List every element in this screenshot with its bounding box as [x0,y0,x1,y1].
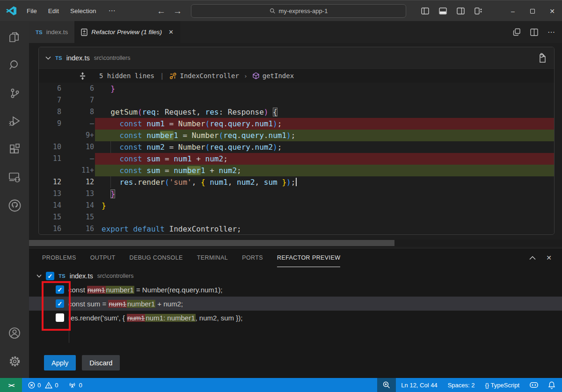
file-checkbox[interactable]: ✓ [46,272,54,280]
breadcrumb-class[interactable]: IndexController [180,72,239,80]
notifications-bell-icon[interactable] [548,381,555,389]
maximize-button[interactable] [523,0,542,22]
breadcrumb-method[interactable]: getIndex [263,72,294,80]
line-number-original: 8 [39,106,61,118]
search-sidebar-icon[interactable] [0,53,29,77]
maximize-panel-icon[interactable] [529,256,536,260]
minimize-button[interactable]: – [503,0,523,22]
tab-refactor-preview[interactable]: Refactor Preview (1 files) ✕ [74,21,180,43]
toggle-secondary-sidebar-icon[interactable] [457,7,465,15]
code-line[interactable]: 1616export default IndexController; [39,223,554,235]
toggle-sidebar-icon[interactable] [421,7,429,15]
code-token [102,108,110,116]
diff-file-header[interactable]: TS index.ts src\controllers [39,47,554,69]
separator: | [160,72,164,80]
copilot-icon[interactable] [529,381,539,389]
code-line[interactable]: 1414} [39,200,554,211]
tab-problems[interactable]: PROBLEMS [42,248,76,267]
change-checkbox[interactable] [56,313,64,322]
explorer-icon[interactable] [0,25,29,49]
menu-more-button[interactable]: ⋯ [102,7,123,15]
close-tab-icon[interactable]: ✕ [168,29,174,36]
github-icon[interactable] [0,193,29,218]
code-line[interactable]: 88 getSum(req: Request, res: Response) { [39,106,554,118]
tab-debug-console[interactable]: DEBUG CONSOLE [129,248,182,267]
code-line[interactable]: 9+ const number1 = Number(req.query.num1… [39,130,554,141]
customize-layout-icon[interactable] [474,7,482,15]
horizontal-scrollbar[interactable] [29,240,562,247]
code-line[interactable]: 1010 const num2 = Number(req.query.num2)… [39,141,554,153]
code-token: . [223,143,228,152]
code-line[interactable]: 77 [39,94,554,106]
change-checkbox[interactable]: ✓ [56,299,64,308]
tab-refactor-preview-panel[interactable]: REFACTOR PREVIEW [277,248,340,267]
ts-language-icon: TS [36,29,43,35]
code-token: } [110,189,115,198]
close-window-button[interactable]: ✕ [542,0,562,22]
chevron-down-icon[interactable] [36,274,42,278]
refactor-file-row[interactable]: ✓ TS index.ts src\controllers [29,269,562,283]
split-editor-icon[interactable] [530,29,538,36]
chevron-down-icon[interactable] [45,56,51,60]
settings-gear-icon[interactable] [0,349,29,373]
code-token: res [120,178,133,187]
code-token: num [146,131,160,140]
command-center[interactable]: my-express-app-1 [191,4,406,18]
accounts-icon[interactable] [0,321,29,345]
code-token: 1 [174,131,178,140]
code-token: default [133,225,164,233]
nav-forward-icon[interactable]: → [173,6,182,16]
extensions-icon[interactable] [0,137,29,161]
code-line[interactable]: 66 } [39,83,554,94]
change-checkbox[interactable]: ✓ [56,285,64,294]
problems-status[interactable]: 0 0 [28,382,58,389]
code-token: = [165,143,178,152]
goto-file-icon[interactable] [537,53,547,63]
text-cursor [296,178,297,186]
code-line[interactable]: 1212 res.render('sum', { num1, num2, sum… [39,176,554,188]
menu-edit[interactable]: Edit [43,7,65,15]
code-text: res.render('sum', { num1, num2, sum }); [94,178,297,187]
code-line[interactable]: 11+ const sum = number1 + num2; [39,165,554,176]
close-panel-icon[interactable]: ✕ [546,254,552,261]
code-line[interactable]: 1515 [39,211,554,223]
code-line[interactable]: 11– const sum = num1 + num2; [39,153,554,165]
line-number-original: 6 [39,83,61,94]
remote-indicator[interactable]: >< [0,378,22,392]
tab-ports[interactable]: PORTS [242,248,263,267]
code-line[interactable]: 1313 } [39,188,554,200]
ports-status[interactable]: 0 [68,382,82,389]
hidden-lines-label[interactable]: 5 hidden lines [99,72,154,80]
apply-button[interactable]: Apply [44,355,76,370]
run-debug-icon[interactable] [0,109,29,133]
tab-terminal[interactable]: TERMINAL [197,248,228,267]
discard-button[interactable]: Discard [82,355,120,370]
remote-explorer-icon[interactable] [0,165,29,189]
more-actions-icon[interactable]: ⋯ [547,28,555,36]
code-token: . [133,178,138,187]
code-token [268,108,273,116]
source-control-icon[interactable] [0,81,29,105]
code-token: ( [165,178,169,187]
menu-selection[interactable]: Selection [65,7,102,15]
language-mode[interactable]: {} TypeScript [485,382,520,389]
refactor-change-row[interactable]: ✓const num1number1 = Number(req.query.nu… [29,283,562,297]
code-text: } [94,189,115,198]
refactor-change-row[interactable]: ✓const sum = num1number1 + num2; [29,297,562,311]
copy-editor-icon[interactable] [513,28,521,36]
code-text: const sum = number1 + num2; [94,166,241,175]
menu-file[interactable]: File [21,7,43,15]
refactor-change-row[interactable]: res.render('sum', { num1num1: number1, n… [29,311,562,325]
unfold-icon[interactable] [79,72,86,80]
tab-output[interactable]: OUTPUT [90,248,116,267]
nav-back-icon[interactable]: ← [157,6,166,16]
tab-index-ts[interactable]: TS index.ts [29,21,74,43]
zoom-status-item[interactable] [377,378,396,392]
language-label: TypeScript [491,382,519,389]
code-line[interactable]: 9– const num1 = Number(req.query.num1); [39,118,554,130]
cursor-position[interactable]: Ln 12, Col 44 [401,382,437,389]
code-lines: 66 }7788 getSum(req: Request, res: Respo… [39,83,554,235]
toggle-panel-icon[interactable] [439,7,447,15]
scrollbar-thumb[interactable] [29,240,394,246]
indentation-status[interactable]: Spaces: 2 [448,382,475,389]
